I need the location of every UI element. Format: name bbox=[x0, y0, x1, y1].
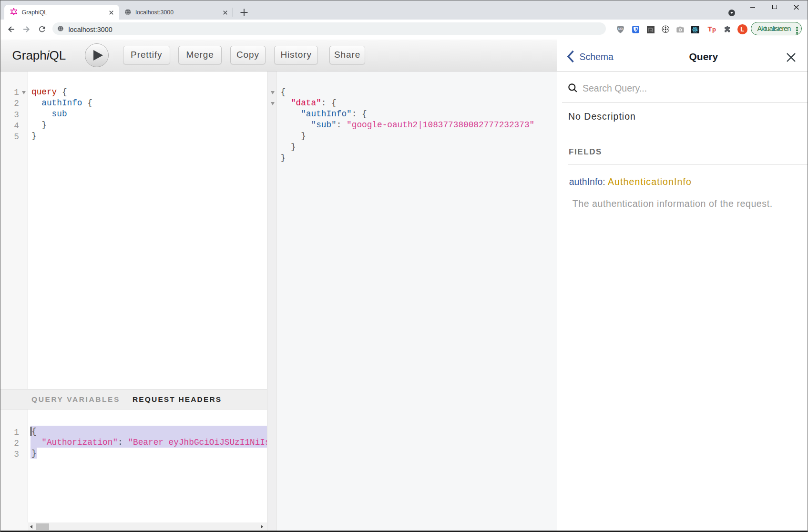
svg-text:UD: UD bbox=[618, 27, 623, 31]
